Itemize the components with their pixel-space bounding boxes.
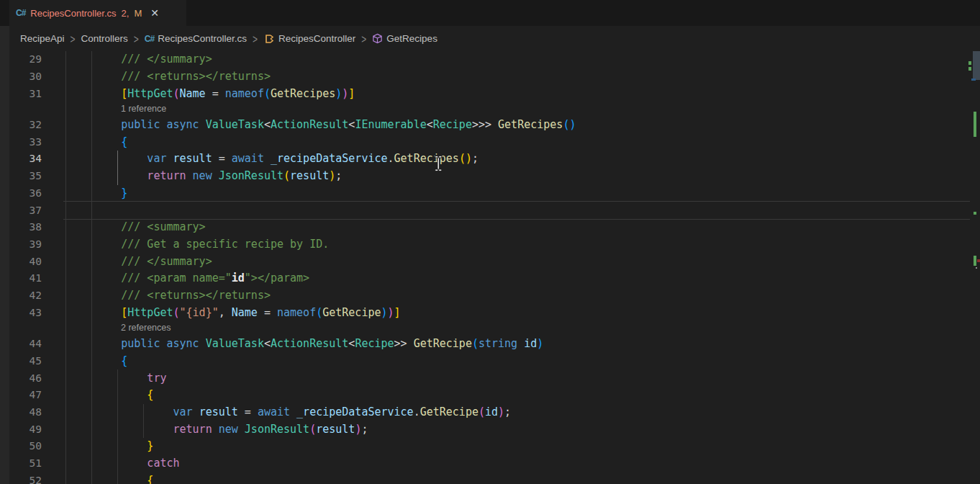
code-line-47[interactable]: 47 { [0,387,980,404]
line-number: 46 [0,370,42,387]
overview-mark-added [974,112,976,137]
code-token: _recipeDataService [296,405,414,418]
code-line-31[interactable]: 31 [HttpGet(Name = nameof(GetRecipes))] [0,86,980,103]
code-text: /// <summary> [69,219,206,236]
code-line-33[interactable]: 33 { [0,134,980,151]
code-line-50[interactable]: 50 } [0,438,980,455]
code-text: /// <param name="id"></param> [69,270,309,287]
codelens-references[interactable]: 2 references [121,321,553,336]
code-token [290,405,296,418]
code-line-46[interactable]: 46 try [0,370,980,387]
code-token: = [212,152,232,165]
code-token: ) [381,306,388,319]
code-token: Name [180,87,206,100]
code-line-48[interactable]: 48 var result = await _recipeDataService… [0,404,980,421]
code-token: public async [69,118,206,131]
tab-recipescontroller[interactable]: C# RecipesController.cs 2, M ✕ [9,0,186,26]
close-icon[interactable]: ✕ [150,8,159,18]
code-line-29[interactable]: 29 /// </summary> [0,51,980,68]
tab-bar: C# RecipesController.cs 2, M ✕ [0,0,980,26]
code-line-44[interactable]: 44 public async ValueTask<ActionResult<R… [0,336,980,353]
code-token: >> [394,337,414,350]
code-token: >>> [472,118,498,131]
code-token: } [69,187,127,200]
code-token: ) [388,306,394,319]
line-number: 32 [0,117,42,134]
code-editor[interactable]: 29 /// </summary>30 /// <returns></retur… [0,51,980,484]
code-line-49[interactable]: 49 return new JsonResult(result); [0,421,980,439]
method-icon [372,33,383,44]
breadcrumb-item-getrecipes[interactable]: GetRecipes [372,33,437,44]
line-number: 49 [0,421,42,439]
code-token: var [69,405,193,418]
code-token [212,169,219,182]
code-token: /// <param name=" [69,272,232,284]
csharp-file-icon: C# [145,34,154,44]
code-token: /// <summary> [69,220,206,233]
line-number: 29 [0,51,42,68]
code-token: result [316,423,355,436]
code-token: . [414,405,420,418]
code-line-34[interactable]: 34 var result = await _recipeDataService… [0,151,980,168]
code-line-37[interactable]: 37 [0,202,980,220]
breadcrumb-item-recipescontroller-cs[interactable]: C#RecipesController.cs [145,33,247,44]
code-line-43[interactable]: 43 [HttpGet("{id}", Name = nameof(GetRec… [0,305,980,322]
code-token: GetRecipes [271,87,335,100]
code-token [212,423,219,436]
code-line-32[interactable]: 32 public async ValueTask<ActionResult<I… [0,117,980,134]
code-token: "></param> [245,272,309,284]
breadcrumb-item-recipescontroller[interactable]: RecipesController [263,33,355,45]
code-token: HttpGet [127,306,173,319]
line-number: 30 [0,68,42,86]
codelens-references[interactable]: 1 reference [121,102,553,117]
code-token: JsonResult [245,423,309,436]
code-token: GetRecipes [394,152,459,165]
line-number: 43 [0,305,42,322]
code-text: /// </summary> [69,51,212,68]
line-number: 48 [0,404,42,421]
code-token: /// </summary> [69,53,212,66]
code-text: [HttpGet("{id}", Name = nameof(GetRecipe… [69,305,401,322]
code-line-39[interactable]: 39 /// Get a specific recipe by ID. [0,236,980,254]
breadcrumb-item-recipeapi[interactable]: RecipeApi [20,33,65,44]
code-line-45[interactable]: 45 { [0,353,980,370]
line-number: 38 [0,219,42,236]
code-token: ) [537,337,543,350]
code-token: < [264,337,271,350]
line-number: 44 [0,336,42,353]
code-line-41[interactable]: 41 /// <param name="id"></param> [0,270,980,287]
code-token: catch [69,457,180,470]
code-line-38[interactable]: 38 /// <summary> [0,219,980,236]
code-line-36[interactable]: 36 } [0,185,980,202]
code-token: ( [478,405,485,418]
tab-title: RecipesController.cs [30,8,116,19]
code-token: ] [394,306,401,319]
code-token: public async [69,337,206,350]
line-number: 36 [0,185,42,202]
code-line-30[interactable]: 30 /// <returns></returns> [0,68,980,86]
code-token: /// </summary> [69,255,212,268]
code-token: GetRecipe [420,405,478,418]
code-token: { [69,354,127,367]
vscode-window: C# RecipesController.cs 2, M ✕ RecipeApi… [0,0,980,484]
code-line-40[interactable]: 40 /// </summary> [0,254,980,271]
code-token: nameof [277,306,316,319]
code-text: } [69,438,153,455]
code-line-35[interactable]: 35 return new JsonResult(result); [0,168,980,185]
chevron-right-icon: > [253,32,258,46]
code-line-51[interactable]: 51 catch [0,455,980,472]
code-token: ) [335,87,342,100]
code-line-52[interactable]: 52 { [0,472,980,484]
code-token: result [199,405,238,418]
breadcrumb-item-controllers[interactable]: Controllers [81,33,128,44]
line-number: 39 [0,236,42,254]
code-text: } [69,185,127,202]
scrollbar-thumb[interactable] [973,51,980,80]
code-token: ( [316,306,322,319]
code-token: /// Get a specific recipe by ID. [69,238,329,251]
line-number: 45 [0,353,42,370]
mouse-ibeam-cursor [433,155,443,175]
code-line-42[interactable]: 42 /// <returns></returns> [0,287,980,305]
code-token: nameof [225,87,264,100]
code-token [517,337,524,350]
